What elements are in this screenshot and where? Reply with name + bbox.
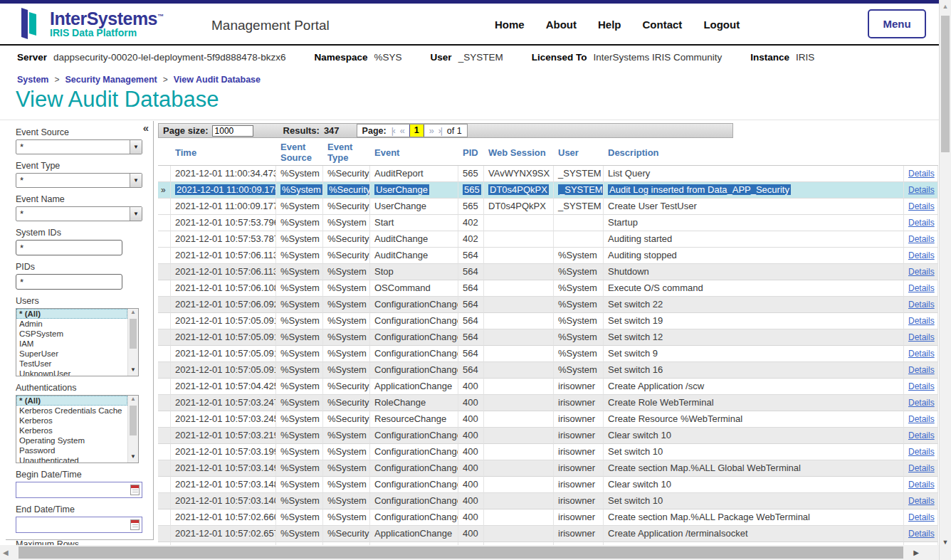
table-row[interactable]: 2021-12-01 10:57:03.148%System%SystemCon… [158, 477, 938, 493]
menu-button[interactable]: Menu [868, 9, 926, 38]
table-row[interactable]: 2021-12-01 10:57:03.219%System%SystemCon… [158, 428, 938, 444]
table-row[interactable]: 2021-12-01 10:57:05.091%System%SystemCon… [158, 362, 938, 379]
table-row[interactable]: 2021-12-01 11:00:09.177%System%SecurityU… [158, 199, 938, 215]
table-row[interactable]: »2021-12-01 11:00:09.179%System%Security… [158, 182, 938, 199]
current-page[interactable]: 1 [409, 125, 424, 137]
details-link[interactable]: Details [908, 316, 935, 326]
breadcrumb-link[interactable]: Security Management [65, 75, 157, 85]
table-row[interactable]: 2021-12-01 10:57:06.108%System%SystemOSC… [158, 280, 938, 297]
details-link[interactable]: Details [908, 300, 935, 310]
column-header-time[interactable]: Time [171, 147, 276, 158]
table-row[interactable]: 2021-12-01 10:57:05.091%System%SystemCon… [158, 313, 938, 329]
scrollbar-thumb[interactable] [941, 16, 950, 152]
list-item[interactable]: UnknownUser [16, 369, 127, 376]
nav-link-help[interactable]: Help [598, 19, 621, 31]
details-link[interactable]: Details [908, 398, 935, 408]
list-item[interactable]: Kerberos [16, 426, 127, 435]
sidebar-collapse-icon[interactable]: « [143, 122, 149, 134]
chevron-down-icon[interactable]: ▼ [130, 140, 142, 154]
details-link[interactable]: Details [908, 267, 935, 277]
list-item[interactable]: * (All) [16, 396, 127, 406]
details-link[interactable]: Details [908, 250, 935, 260]
nav-link-about[interactable]: About [546, 19, 577, 31]
chevron-down-icon[interactable]: ▼ [130, 174, 142, 187]
breadcrumb-link[interactable]: System [17, 75, 48, 85]
column-header-web-session[interactable]: Web Session [484, 147, 554, 158]
authentications-listbox[interactable]: * (All)Kerberos Credentials CacheKerbero… [16, 395, 139, 463]
list-item[interactable]: Password [16, 445, 127, 455]
page-size-input[interactable] [212, 125, 253, 137]
column-header-user[interactable]: User [554, 147, 604, 158]
authentications-list-scrollbar[interactable]: ▲ ▼ [127, 396, 138, 463]
details-link[interactable]: Details [908, 365, 935, 375]
column-header-description[interactable]: Description [604, 147, 904, 158]
list-item[interactable]: IAM [16, 339, 127, 349]
column-header-pid[interactable]: PID [458, 147, 484, 158]
list-item[interactable]: * (All) [16, 309, 127, 319]
table-row[interactable]: 2021-12-01 10:57:02.660%System%SystemCon… [158, 509, 938, 526]
users-listbox[interactable]: * (All)AdminCSPSystemIAMSuperUserTestUse… [16, 308, 139, 376]
prev-page-icon[interactable]: ‹‹ [400, 126, 404, 136]
last-page-icon[interactable]: ›| [438, 126, 442, 136]
details-link[interactable]: Details [908, 185, 935, 195]
table-row[interactable]: 2021-12-01 10:57:53.796%System%SystemSta… [158, 215, 938, 231]
table-row[interactable]: 2021-12-01 10:57:03.199%System%SystemCon… [158, 444, 938, 460]
table-row[interactable]: 2021-12-01 10:57:06.113%System%SystemSto… [158, 264, 938, 280]
table-row[interactable]: 2021-12-01 10:57:06.113%System%SecurityA… [158, 248, 938, 264]
calendar-icon[interactable] [130, 519, 140, 530]
details-link[interactable]: Details [908, 463, 935, 473]
list-item[interactable]: SuperUser [16, 349, 127, 359]
nav-link-contact[interactable]: Contact [643, 19, 683, 31]
table-row[interactable]: 2021-12-01 10:57:53.787%System%SecurityA… [158, 231, 938, 248]
details-link[interactable]: Details [908, 496, 935, 506]
list-item[interactable]: Kerberos [16, 416, 127, 426]
table-row[interactable]: 2021-12-01 10:57:02.657%System%SecurityA… [158, 526, 938, 542]
details-link[interactable]: Details [908, 332, 935, 342]
next-page-icon[interactable]: ›› [429, 126, 434, 136]
table-row[interactable]: 2021-12-01 10:57:03.245%System%SecurityR… [158, 411, 938, 428]
list-item[interactable]: Kerberos Credentials Cache [16, 406, 127, 416]
details-link[interactable]: Details [908, 529, 935, 539]
begin-date-input[interactable] [16, 482, 142, 498]
first-page-icon[interactable]: |‹ [392, 126, 395, 136]
scroll-down-icon[interactable]: ▼ [128, 453, 138, 463]
vertical-scrollbar[interactable]: ▲ ▼ [939, 0, 951, 560]
table-row[interactable]: 2021-12-01 10:57:04.425%System%SecurityA… [158, 379, 938, 395]
nav-link-logout[interactable]: Logout [703, 19, 740, 31]
table-row[interactable]: 2021-12-01 10:57:03.149%System%SystemCon… [158, 460, 938, 477]
calendar-icon[interactable] [130, 485, 140, 495]
scrollbar-thumb[interactable] [19, 546, 903, 559]
table-row[interactable]: 2021-12-01 10:57:05.091%System%SystemCon… [158, 329, 938, 346]
nav-link-home[interactable]: Home [495, 19, 525, 31]
scroll-left-icon[interactable]: ◀ [3, 549, 9, 556]
event-source-select[interactable]: * ▼ [16, 139, 142, 154]
pids-input[interactable] [16, 274, 122, 290]
details-link[interactable]: Details [908, 218, 935, 228]
details-link[interactable]: Details [908, 201, 935, 211]
table-row[interactable]: 2021-12-01 10:57:03.140%System%SystemCon… [158, 493, 938, 509]
chevron-down-icon[interactable]: ▼ [130, 207, 142, 221]
table-row[interactable]: 2021-12-01 10:57:05.091%System%SystemCon… [158, 346, 938, 362]
details-link[interactable]: Details [908, 447, 935, 457]
system-ids-input[interactable] [16, 240, 122, 255]
column-header-event[interactable]: Event [370, 147, 458, 158]
details-link[interactable]: Details [908, 169, 935, 179]
list-item[interactable]: Unauthenticated [16, 455, 127, 463]
scroll-up-icon[interactable]: ▲ [128, 309, 138, 318]
breadcrumb-link[interactable]: View Audit Database [174, 75, 261, 85]
table-row[interactable]: 2021-12-01 11:00:34.473%System%SecurityA… [158, 166, 938, 182]
details-link[interactable]: Details [908, 349, 935, 359]
column-header-event-type[interactable]: Event Type [323, 142, 370, 163]
scroll-down-icon[interactable]: ▼ [940, 539, 951, 546]
event-name-select[interactable]: * ▼ [16, 206, 142, 221]
event-type-select[interactable]: * ▼ [16, 173, 142, 188]
scroll-right-icon[interactable]: ▶ [913, 549, 919, 556]
users-list-scrollbar[interactable]: ▲ ▼ [127, 309, 138, 376]
list-item[interactable]: Operating System [16, 435, 127, 445]
list-item[interactable]: Admin [16, 319, 127, 329]
column-header-event-source[interactable]: Event Source [276, 142, 323, 163]
end-date-input[interactable] [16, 517, 142, 533]
list-item[interactable]: CSPSystem [16, 329, 127, 339]
scroll-down-icon[interactable]: ▼ [128, 366, 138, 376]
details-link[interactable]: Details [908, 512, 935, 522]
